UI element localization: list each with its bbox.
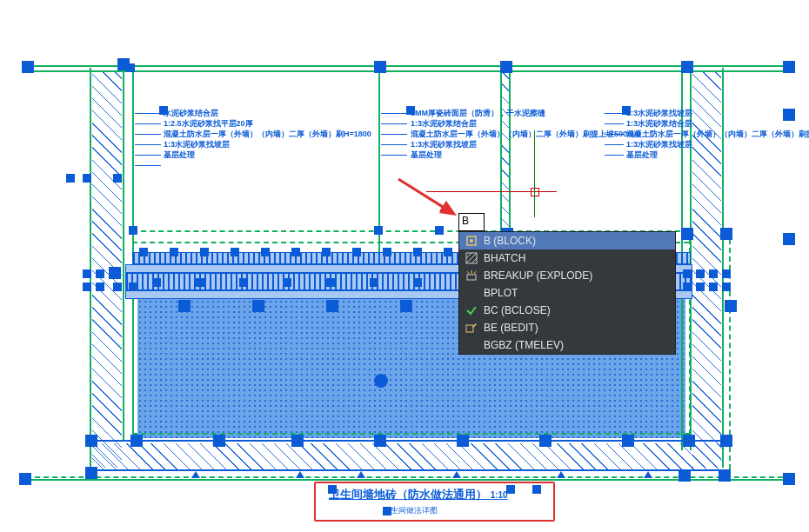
selection-grip[interactable]	[457, 435, 469, 447]
selection-grip[interactable]	[374, 435, 386, 447]
dash-v-right-2	[729, 230, 731, 469]
selection-grip[interactable]	[622, 435, 634, 447]
autocomplete-label: BC (BCLOSE)	[484, 304, 551, 316]
selection-grip[interactable]	[22, 61, 34, 73]
cad-viewport[interactable]: 水泥砂浆结合层 1:2.5水泥砂浆找平层20厚 混凝土防水层一厚（外墙）（内墙）…	[0, 0, 809, 532]
selection-grip[interactable]	[139, 248, 148, 256]
selection-grip[interactable]	[231, 248, 239, 256]
selection-grip[interactable]	[400, 300, 412, 312]
selection-grip[interactable]	[326, 300, 338, 312]
selection-grip[interactable]	[413, 248, 422, 256]
selection-grip[interactable]	[239, 278, 248, 287]
note-left-1: 水泥砂浆结合层	[164, 109, 218, 117]
selection-grip[interactable]	[178, 300, 191, 312]
fill-bottom-edge-2	[92, 469, 722, 471]
selection-grip[interactable]	[196, 278, 204, 287]
svg-rect-10	[466, 325, 473, 332]
autocomplete-item-bhatch[interactable]: BHATCH	[459, 249, 675, 267]
selection-grip[interactable]	[783, 61, 795, 73]
selection-grip[interactable]	[413, 278, 422, 287]
autocomplete-label: BREAKUP (EXPLODE)	[484, 269, 592, 282]
selection-grip[interactable]	[722, 269, 731, 278]
selection-grip[interactable]	[783, 233, 795, 245]
autocomplete-item-bc[interactable]: BC (BCLOSE)	[459, 302, 675, 319]
autocomplete-menu[interactable]: B (BLOCK) BHATCH BREAKUP (EXPLODE) BPLOT…	[458, 231, 676, 355]
selection-grip[interactable]	[19, 473, 31, 485]
selection-grip[interactable]	[96, 269, 104, 278]
selection-grip[interactable]	[159, 106, 168, 115]
selection-grip[interactable]	[252, 300, 264, 312]
selection-grip[interactable]	[85, 467, 97, 479]
selection-grip[interactable]	[719, 469, 731, 482]
selection-grip[interactable]	[326, 278, 335, 287]
selection-grip[interactable]	[85, 435, 97, 447]
autocomplete-item-bplot[interactable]: BPLOT	[459, 284, 675, 302]
selection-grip[interactable]	[170, 248, 178, 256]
leader	[135, 144, 161, 145]
bedit-icon	[465, 321, 478, 335]
selection-grip[interactable]	[322, 248, 331, 256]
selection-grip[interactable]	[152, 278, 161, 287]
selection-grip[interactable]	[374, 61, 386, 73]
selection-grip[interactable]	[374, 226, 383, 235]
leader	[135, 113, 161, 114]
selection-grip[interactable]	[679, 469, 691, 482]
selection-grip[interactable]	[126, 63, 135, 72]
selection-grip[interactable]	[683, 435, 695, 447]
autocomplete-item-be[interactable]: BE (BEDIT)	[459, 319, 675, 336]
selection-grip[interactable]	[130, 435, 143, 447]
selection-grip[interactable]	[720, 435, 732, 447]
autocomplete-item-block[interactable]: B (BLOCK)	[459, 232, 675, 249]
selection-grip[interactable]	[83, 269, 91, 278]
svg-line-3	[466, 253, 477, 263]
selection-grip[interactable]	[500, 61, 512, 73]
selection-grip[interactable]	[725, 300, 737, 312]
note-left-5: 基层处理	[164, 150, 195, 159]
selection-grip[interactable]	[696, 269, 705, 278]
bottom-frame-line	[26, 479, 783, 481]
selection-grip[interactable]	[406, 106, 415, 115]
break-tri	[296, 471, 304, 478]
selection-grip[interactable]	[622, 106, 631, 115]
selection-grip[interactable]	[720, 228, 732, 240]
selection-grip[interactable]	[66, 174, 75, 183]
selection-grip[interactable]	[129, 226, 137, 235]
selection-grip[interactable]	[291, 248, 300, 256]
selection-grip[interactable]	[709, 269, 718, 278]
selection-grip[interactable]	[213, 435, 225, 447]
selection-grip[interactable]	[683, 269, 692, 278]
command-input[interactable]: B	[458, 213, 485, 231]
selection-grip[interactable]	[83, 174, 91, 183]
autocomplete-item-bgbz[interactable]: BGBZ (TMELEV)	[459, 336, 675, 354]
selection-grip[interactable]	[696, 283, 705, 291]
selection-grip[interactable]	[283, 278, 291, 287]
selection-grip[interactable]	[109, 267, 121, 279]
note-center-2: 1:3水泥砂浆结合层	[411, 119, 477, 128]
selection-grip[interactable]	[83, 283, 91, 291]
col-mid	[378, 68, 380, 269]
selection-grip[interactable]	[722, 283, 731, 291]
selection-grip[interactable]	[352, 248, 361, 256]
selection-grip[interactable]	[200, 248, 209, 256]
selection-grip[interactable]	[709, 283, 718, 291]
selection-grip[interactable]	[435, 226, 444, 235]
selection-grip[interactable]	[96, 283, 104, 291]
selection-grip[interactable]	[444, 248, 452, 256]
selection-grip[interactable]	[383, 248, 391, 256]
selection-grip[interactable]	[681, 228, 693, 240]
selection-grip[interactable]	[539, 435, 552, 447]
selection-grip[interactable]	[113, 283, 122, 291]
selection-grip[interactable]	[291, 435, 304, 447]
selection-grip[interactable]	[783, 109, 795, 121]
leader	[381, 123, 407, 124]
selection-grip[interactable]	[683, 283, 692, 291]
selection-grip[interactable]	[129, 283, 137, 291]
selection-grip[interactable]	[113, 174, 122, 183]
selection-grip[interactable]	[370, 278, 378, 287]
selection-grip[interactable]	[261, 248, 270, 256]
selection-grip[interactable]	[783, 473, 795, 485]
selection-grip[interactable]	[681, 61, 693, 73]
autocomplete-item-breakup[interactable]: BREAKUP (EXPLODE)	[459, 267, 675, 284]
autocomplete-label: BE (BEDIT)	[484, 322, 538, 334]
check-icon	[465, 303, 478, 317]
